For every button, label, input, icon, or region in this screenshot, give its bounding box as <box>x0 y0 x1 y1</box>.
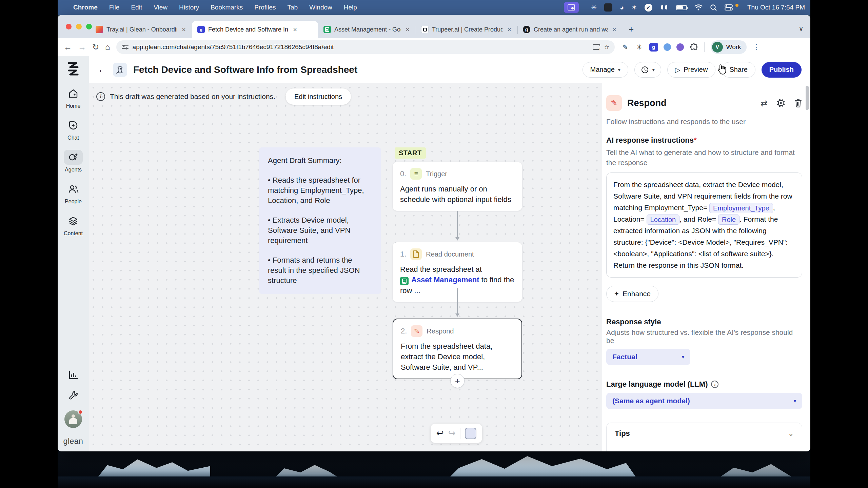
sidebar-item-agents[interactable]: Agents <box>64 150 83 173</box>
window-controls[interactable] <box>66 24 92 29</box>
admin-wrench-icon[interactable] <box>68 390 78 402</box>
llm-dropdown[interactable]: (Same as agent model) ▾ <box>606 393 802 409</box>
new-tab-button[interactable]: + <box>623 24 640 38</box>
sidebar-item-people[interactable]: People <box>64 182 83 205</box>
tab-trupeer[interactable]: Trupeer.ai | Create Product V × <box>416 21 517 38</box>
menubar-clock[interactable]: Thu Oct 16 7:54 PM <box>747 4 805 11</box>
delete-step-icon[interactable] <box>794 99 802 108</box>
bookmark-star-icon[interactable]: ☆ <box>604 44 609 50</box>
sidebar-item-content[interactable]: Content <box>64 214 83 237</box>
home-button[interactable]: ⌂ <box>105 42 110 52</box>
back-button[interactable]: ← <box>64 42 72 52</box>
extensions-puzzle-icon[interactable] <box>689 43 698 52</box>
manage-button[interactable]: Manage▾ <box>583 62 628 78</box>
close-tab-icon[interactable]: × <box>404 26 411 34</box>
menu-profiles[interactable]: Profiles <box>254 4 276 11</box>
tab-fetch-device-active[interactable]: g Fetch Device and Software In × <box>192 21 318 38</box>
node-trigger[interactable]: 0. ≡ Trigger Agent runs manually or on s… <box>393 162 522 211</box>
node-respond-selected[interactable]: 2. ✎ Respond From the spreadsheet data, … <box>393 319 522 379</box>
zoom-app-icon[interactable] <box>604 3 612 12</box>
menu-help[interactable]: Help <box>344 4 357 11</box>
tab-create-agent-run[interactable]: g Create an agent run and wait × <box>517 21 623 38</box>
check-app-icon[interactable]: ✓ <box>645 4 652 12</box>
menu-view[interactable]: View <box>154 4 167 11</box>
openai-menubar-icon[interactable]: ✳ <box>591 4 597 11</box>
menu-bookmarks[interactable]: Bookmarks <box>211 4 243 11</box>
close-tab-icon[interactable]: × <box>180 26 187 34</box>
minimize-window-button[interactable] <box>76 24 82 29</box>
fit-view-button[interactable] <box>465 428 476 439</box>
eyedropper-extension-icon[interactable]: ✎ <box>621 43 630 52</box>
tips-header[interactable]: Tips ⌄ <box>607 423 802 444</box>
caret-down-icon: ▾ <box>682 354 684 360</box>
panel-scrollbar[interactable] <box>806 86 809 110</box>
undo-button[interactable]: ↩ <box>436 428 444 439</box>
publish-button[interactable]: Publish <box>762 62 802 78</box>
variable-chip-employment-type[interactable]: Employment_Type <box>709 203 773 213</box>
close-tab-icon[interactable]: × <box>506 26 513 34</box>
enhance-button[interactable]: ✦ Enhance <box>606 286 658 302</box>
redo-button[interactable]: ↪ <box>448 428 456 439</box>
add-step-button[interactable]: + <box>450 374 465 388</box>
rocket-icon <box>113 63 127 77</box>
recording-webcam-avatar[interactable] <box>64 410 82 428</box>
screen-share-indicator-icon[interactable] <box>564 2 579 13</box>
spotlight-search-icon[interactable] <box>710 4 717 11</box>
tab-asset-management[interactable]: Asset Management - Google × <box>318 21 416 38</box>
agent-editor-header: ← Fetch Device and Software Info from Sp… <box>89 56 810 83</box>
variable-chip-role[interactable]: Role <box>718 215 739 225</box>
iceberg-shape <box>275 464 339 478</box>
menu-window[interactable]: Window <box>309 4 332 11</box>
control-center-icon[interactable] <box>725 4 733 11</box>
blue-extension-icon[interactable] <box>664 43 671 51</box>
summary-bullet: Formats and returns the result in the sp… <box>268 255 372 286</box>
analytics-icon[interactable] <box>68 370 78 381</box>
sidebar-item-home[interactable]: Home <box>64 86 83 109</box>
menu-edit[interactable]: Edit <box>131 4 142 11</box>
chrome-menu-icon[interactable]: ⋮ <box>753 43 760 52</box>
back-to-agents-button[interactable]: ← <box>98 64 107 75</box>
workflow-canvas[interactable]: i This draft was generated based on your… <box>89 83 602 451</box>
settings-extension-icon[interactable]: ✳ <box>635 43 644 52</box>
close-tab-icon[interactable]: × <box>292 26 298 34</box>
url-text[interactable]: app.glean.com/chat/agents/75c9751f1b7646… <box>133 43 589 51</box>
preview-button[interactable]: ▷Preview <box>667 62 716 78</box>
swap-step-icon[interactable]: ⇄ <box>761 98 768 108</box>
asset-management-link[interactable]: Asset Management <box>411 276 479 284</box>
reload-button[interactable]: ↻ <box>92 42 99 52</box>
sidebar-item-chat[interactable]: Chat <box>64 118 83 141</box>
wifi-icon[interactable] <box>694 4 703 11</box>
mouse-cursor-pointer <box>717 64 726 76</box>
sparkle-icon: ✦ <box>614 290 619 298</box>
install-app-icon[interactable] <box>593 44 600 50</box>
tab-search-chevron-icon[interactable]: ∨ <box>798 24 804 33</box>
share-button[interactable]: Share <box>722 62 755 78</box>
forward-button[interactable]: → <box>78 42 86 52</box>
menu-tab[interactable]: Tab <box>288 4 298 11</box>
info-icon[interactable]: i <box>711 381 718 388</box>
battery-icon[interactable] <box>676 5 687 10</box>
bee-app-icon[interactable]: ✶ <box>631 4 637 11</box>
glean-extension-icon[interactable]: g <box>649 43 658 52</box>
profile-chip[interactable]: V Work <box>711 40 747 54</box>
schedule-button[interactable]: ▾ <box>634 62 661 78</box>
menu-chrome[interactable]: Chrome <box>73 4 98 11</box>
glean-wordmark: glean <box>63 437 83 446</box>
address-bar[interactable]: app.glean.com/chat/agents/75c9751f1b7646… <box>116 40 615 54</box>
tab-tray-ai[interactable]: Tray.ai | Glean - Onboarding / × <box>90 21 192 38</box>
airpods-icon[interactable] <box>660 4 669 11</box>
purple-extension-icon[interactable] <box>676 43 684 51</box>
menu-file[interactable]: File <box>109 4 120 11</box>
swirl-app-icon[interactable]: ◕ <box>620 4 624 11</box>
response-style-dropdown[interactable]: Factual ▾ <box>606 349 690 365</box>
close-tab-icon[interactable]: × <box>611 26 618 34</box>
variable-chip-location[interactable]: Location <box>647 215 680 225</box>
model-chip-icon[interactable] <box>776 99 785 107</box>
site-settings-icon[interactable] <box>122 44 129 50</box>
home-icon <box>64 86 83 101</box>
edit-instructions-button[interactable]: Edit instructions <box>285 88 351 105</box>
ai-instructions-textarea[interactable]: From the spreadsheet data, extract the D… <box>606 172 802 278</box>
close-window-button[interactable] <box>66 24 72 29</box>
glean-logo-icon[interactable] <box>66 61 80 79</box>
menu-history[interactable]: History <box>179 4 199 11</box>
